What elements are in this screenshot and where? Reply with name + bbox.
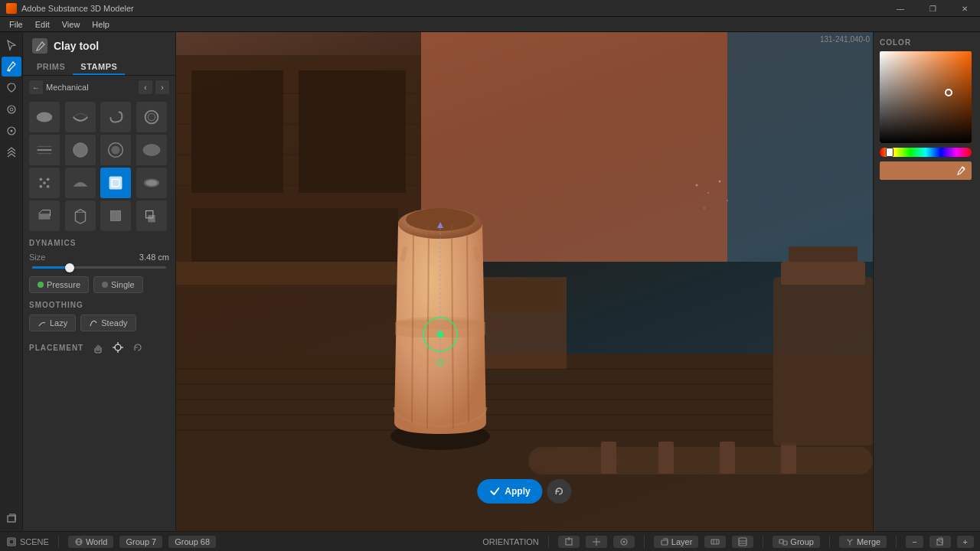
title-bar: Adobe Substance 3D Modeler — ❐ ✕ (0, 0, 980, 17)
reset-button[interactable] (547, 479, 572, 504)
steady-label: Steady (101, 318, 127, 328)
stamp-hook[interactable] (100, 102, 131, 132)
zoom-in-icon: + (963, 537, 968, 546)
color-picker[interactable] (880, 51, 972, 143)
tab-prims[interactable]: PRIMS (29, 60, 73, 75)
viewport[interactable]: 131-241,040-0 Apply (176, 32, 873, 531)
stamp-box2[interactable] (65, 201, 96, 231)
svg-rect-98 (783, 541, 787, 545)
svg-point-16 (142, 145, 159, 156)
stamps-next-button[interactable]: › (155, 80, 169, 94)
tool-inflate[interactable] (2, 121, 21, 141)
tab-stamps[interactable]: STAMPS (73, 60, 125, 75)
stamps-category: Mechanical (46, 83, 136, 92)
minimize-button[interactable]: — (885, 0, 916, 17)
divider-3 (644, 536, 645, 548)
left-toolbar (0, 32, 23, 531)
svg-point-1 (8, 106, 15, 113)
stamp-active[interactable] (100, 168, 131, 198)
placement-crosshair[interactable] (109, 339, 126, 356)
size-slider-track[interactable] (32, 266, 166, 269)
stamp-dots[interactable] (29, 168, 60, 198)
layer-icon[interactable] (704, 536, 726, 548)
lazy-button[interactable]: Lazy (29, 315, 76, 331)
single-dot (102, 282, 108, 288)
orientation-icon3[interactable] (613, 536, 635, 548)
svg-rect-5 (8, 516, 15, 522)
merge-button[interactable]: Merge (839, 536, 887, 548)
divider-2 (548, 536, 549, 548)
color-brightness (880, 51, 972, 143)
menu-edit[interactable]: Edit (29, 17, 56, 31)
tool-layers[interactable] (2, 508, 21, 528)
scene-label: SCENE (20, 537, 49, 546)
size-slider-thumb[interactable] (65, 263, 74, 272)
tool-smooth[interactable] (2, 99, 21, 119)
svg-rect-97 (779, 540, 783, 543)
hue-slider[interactable] (880, 148, 972, 157)
close-button[interactable]: ✕ (949, 0, 980, 17)
stamp-box3[interactable] (100, 201, 131, 231)
svg-point-21 (43, 181, 46, 184)
stamps-grid (23, 99, 175, 234)
orientation-icon2[interactable] (586, 536, 607, 548)
group68-button[interactable]: Group 68 (168, 536, 216, 548)
svg-point-6 (37, 112, 53, 122)
svg-rect-28 (110, 210, 120, 220)
placement-icons (90, 339, 146, 356)
menu-view[interactable]: View (56, 17, 87, 31)
orientation-label: ORIENTATION (482, 537, 539, 546)
layer-label: Layer (671, 537, 693, 546)
stamps-prev-button[interactable]: ‹ (139, 80, 152, 94)
stamps-back-button[interactable]: ← (29, 80, 43, 94)
stamp-line[interactable] (29, 135, 60, 165)
eyedropper-button[interactable] (953, 163, 969, 178)
menu-file[interactable]: File (3, 17, 29, 31)
svg-point-19 (39, 185, 42, 188)
stamp-soft[interactable] (136, 168, 167, 198)
stamp-box1[interactable] (29, 201, 60, 231)
layer-view[interactable] (732, 536, 753, 548)
apply-button[interactable]: Apply (477, 479, 542, 504)
svg-point-2 (10, 108, 13, 111)
menu-help[interactable]: Help (86, 17, 116, 31)
stamp-sphere[interactable] (65, 135, 96, 165)
orientation-icon1[interactable] (558, 536, 580, 548)
layer-button[interactable]: Layer (654, 536, 699, 548)
stamp-ring[interactable] (136, 102, 167, 132)
stamp-ellipse[interactable] (136, 135, 167, 165)
zoom-out-button[interactable]: − (906, 536, 923, 548)
tool-select[interactable] (2, 35, 21, 55)
tool-grab[interactable] (2, 142, 21, 162)
size-label: Size (29, 253, 134, 262)
tool-sculpt[interactable] (2, 78, 21, 98)
svg-point-25 (145, 180, 157, 185)
stamp-bump[interactable] (65, 168, 96, 198)
placement-hand[interactable] (90, 339, 106, 356)
maximize-button[interactable]: ❐ (917, 0, 948, 17)
stamp-circle-flat[interactable] (29, 102, 60, 132)
single-button[interactable]: Single (93, 276, 143, 293)
svg-rect-80 (9, 540, 14, 544)
size-row: Size 3.48 cm (23, 249, 175, 265)
divider-6 (896, 536, 897, 548)
zoom-out-icon: − (912, 537, 916, 546)
size-value: 3.48 cm (139, 253, 169, 262)
stamp-sphere2[interactable] (100, 135, 131, 165)
world-button[interactable]: World (68, 536, 114, 548)
view-cube[interactable] (929, 536, 951, 548)
tool-paint[interactable] (2, 57, 21, 77)
svg-point-78 (962, 167, 965, 169)
stamp-bowl[interactable] (65, 102, 96, 132)
steady-button[interactable]: Steady (80, 315, 136, 331)
menu-bar: File Edit View Help (0, 17, 980, 32)
app-title: Adobe Substance 3D Modeler (21, 4, 974, 13)
group-button[interactable]: Group (773, 536, 820, 548)
zoom-in-button[interactable]: + (957, 536, 974, 548)
pressure-button[interactable]: Pressure (29, 276, 89, 293)
single-label: Single (111, 280, 135, 289)
hue-thumb[interactable] (886, 148, 893, 157)
placement-rotate[interactable] (129, 339, 146, 356)
group7-button[interactable]: Group 7 (119, 536, 162, 548)
stamp-box4[interactable] (136, 201, 167, 231)
